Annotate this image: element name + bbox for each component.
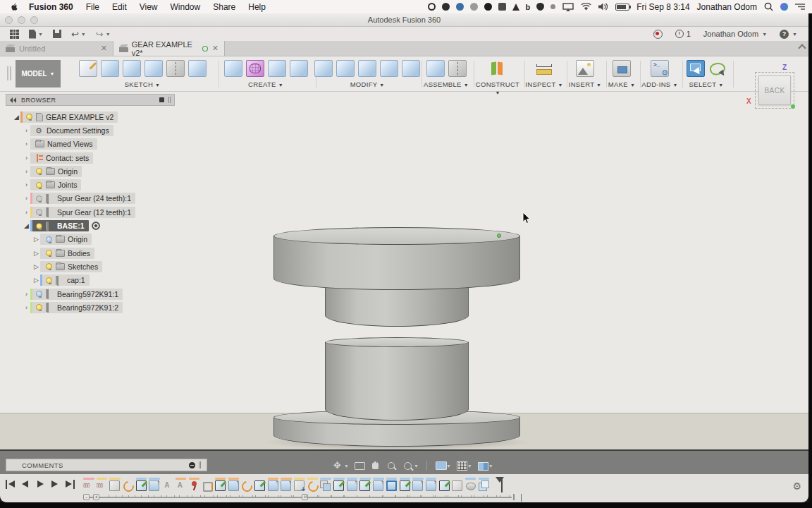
tab-close-icon[interactable]: ✕ [212, 44, 219, 53]
app-status-icon-4[interactable] [484, 3, 492, 11]
browser-item-bearing5972k91-1[interactable]: ›Bearing5972K91:1 [6, 287, 175, 301]
file-menu-button[interactable]: ▼ [29, 30, 43, 39]
lasso-select-icon[interactable] [708, 60, 727, 77]
joint-feature-icon[interactable] [202, 480, 212, 491]
browser-item-content[interactable]: Sketches [40, 261, 102, 272]
document-tab-2[interactable]: GEAR EXAMPLE v2*✕ [113, 41, 225, 56]
redo-button[interactable]: ↪▼ [96, 29, 111, 40]
pan-button[interactable] [370, 461, 381, 471]
expand-chevron-icon[interactable]: › [23, 155, 30, 162]
chevron-down-icon[interactable]: ▼ [446, 464, 451, 468]
visibility-bulb-icon[interactable] [36, 223, 42, 229]
browser-collapse-icon[interactable] [10, 97, 17, 103]
app-status-icon-3[interactable] [470, 3, 478, 11]
menu-user-name[interactable]: Jonathan Odom [697, 2, 757, 12]
timeline-feature-plane[interactable] [176, 478, 187, 491]
measure-icon[interactable] [535, 60, 553, 77]
browser-item-spur-gear-24-teeth-1[interactable]: ›Spur Gear (24 teeth):1 [6, 192, 175, 205]
cylinder-feature-icon[interactable] [465, 480, 476, 491]
model-top-disk-top-face[interactable] [273, 227, 520, 245]
plane-feature-icon[interactable] [162, 480, 173, 491]
browser-item-content[interactable]: Spur Gear (24 teeth):1 [30, 193, 135, 204]
ribbon-group-label-sketch[interactable]: SKETCH ▼ [68, 80, 217, 88]
comments-panel[interactable]: COMMENTS [6, 459, 207, 471]
browser-item-content[interactable]: Bodies [40, 248, 94, 259]
box-stack-feature-icon[interactable] [479, 480, 489, 491]
sketch-feature-icon[interactable] [254, 480, 265, 491]
comments-resize-handle[interactable] [199, 461, 201, 468]
timeline-feature-extrude[interactable] [412, 478, 424, 491]
ribbon-group-label-construct[interactable]: CONSTRUCT ▼ [472, 80, 523, 96]
look-at-button[interactable] [354, 461, 365, 471]
menu-edit[interactable]: Edit [112, 2, 127, 12]
construction-plane-icon[interactable] [488, 60, 507, 77]
model-middle-cylinder-top-face[interactable] [325, 337, 469, 347]
timeline-feature-extrude[interactable] [426, 478, 437, 491]
new-component-icon[interactable] [426, 60, 445, 77]
spotlight-search-icon[interactable] [764, 2, 773, 11]
menu-app-name[interactable]: Fusion 360 [29, 2, 73, 12]
timeline-group-expand-box-2[interactable]: + [302, 494, 308, 500]
go-to-start-button[interactable] [6, 480, 16, 489]
timeline-feature-combine[interactable] [320, 478, 331, 491]
browser-item-content[interactable]: Contact: sets [30, 152, 93, 164]
ribbon-group-label-inspect[interactable]: INSPECT ▼ [523, 80, 565, 88]
sketch-feature-icon[interactable] [136, 480, 147, 491]
browser-item-origin[interactable]: ›Origin [6, 164, 175, 178]
job-status-button[interactable]: 1 [675, 30, 691, 38]
undo-button[interactable]: ↩▼ [71, 29, 86, 40]
go-to-end-button[interactable] [65, 480, 75, 489]
browser-item-content[interactable]: Origin [40, 234, 92, 245]
visibility-bulb-icon[interactable] [36, 168, 42, 174]
press-pull-icon[interactable] [314, 60, 333, 77]
timeline-feature-revolve[interactable] [241, 478, 252, 491]
hole-selected-feature-icon[interactable] [386, 480, 397, 491]
sketch-feature-icon[interactable] [439, 480, 450, 491]
browser-item-origin[interactable]: ▷Origin [6, 233, 175, 246]
browser-item-sketches[interactable]: ▷Sketches [6, 260, 175, 273]
timeline-feature-body-box[interactable] [452, 478, 463, 491]
ribbon-group-label-insert[interactable]: INSERT ▼ [565, 80, 605, 88]
menu-help[interactable]: Help [248, 2, 266, 12]
extrude-feature-icon[interactable] [281, 480, 291, 491]
extrude-feature-icon[interactable] [268, 480, 278, 491]
component-dots-feature-icon[interactable] [97, 480, 107, 491]
extrude-icon[interactable] [224, 60, 242, 77]
combine-feature-icon[interactable] [320, 480, 331, 491]
chevron-down-icon[interactable]: ▼ [467, 464, 472, 468]
volume-icon[interactable] [598, 3, 608, 11]
browser-item-bearing5972k91-2[interactable]: ›Bearing5972K91:2 [6, 301, 175, 314]
visibility-bulb-icon[interactable] [36, 304, 42, 310]
visibility-bulb-icon[interactable] [46, 277, 52, 284]
app-status-icon-6[interactable] [512, 4, 519, 11]
timeline-feature-sketch[interactable] [136, 478, 147, 491]
expand-chevron-icon[interactable]: › [23, 140, 30, 147]
timeline-feature-box-stack[interactable] [479, 478, 490, 491]
expand-chevron-icon[interactable]: › [23, 304, 30, 311]
coil-icon[interactable] [246, 60, 264, 77]
view-cube-back-face[interactable]: BACK [758, 75, 791, 105]
chevron-down-icon[interactable]: ▼ [414, 464, 419, 468]
sketch-feature-icon[interactable] [400, 480, 410, 491]
timeline-group-collapse-box[interactable]: - [83, 494, 90, 500]
browser-item-named-views[interactable]: ›Named Views [6, 138, 175, 151]
browser-options-icon[interactable] [159, 97, 164, 102]
new-component-feature-icon[interactable] [294, 480, 304, 491]
menu-clock[interactable]: Fri Sep 8 3:14 [636, 2, 689, 12]
zoom-window-button[interactable]: ▼ [402, 461, 419, 471]
window-title-bar[interactable]: Autodesk Fusion 360 [0, 13, 808, 27]
sketch-trim-icon[interactable] [188, 60, 207, 77]
workspace-switcher-button[interactable]: MODEL▼ [16, 60, 61, 87]
toolbar-grip-handle[interactable] [7, 66, 11, 80]
shell-icon[interactable] [336, 60, 355, 77]
revolve-feature-icon[interactable] [307, 480, 318, 491]
extrude-feature-icon[interactable] [228, 480, 239, 491]
menu-file[interactable]: File [86, 2, 99, 12]
revolve-feature-icon[interactable] [241, 480, 252, 491]
viewports-button[interactable]: ▼ [477, 461, 493, 471]
account-menu-button[interactable]: Jonathan Odom▼ [703, 30, 767, 38]
browser-item-document-settings[interactable]: ›⚙Document Settings [6, 123, 175, 137]
browser-item-content[interactable]: GEAR EXAMPLE v2 [20, 111, 118, 123]
view-cube[interactable]: BACK Z X [749, 65, 805, 116]
timeline-feature-joint[interactable] [202, 478, 213, 491]
